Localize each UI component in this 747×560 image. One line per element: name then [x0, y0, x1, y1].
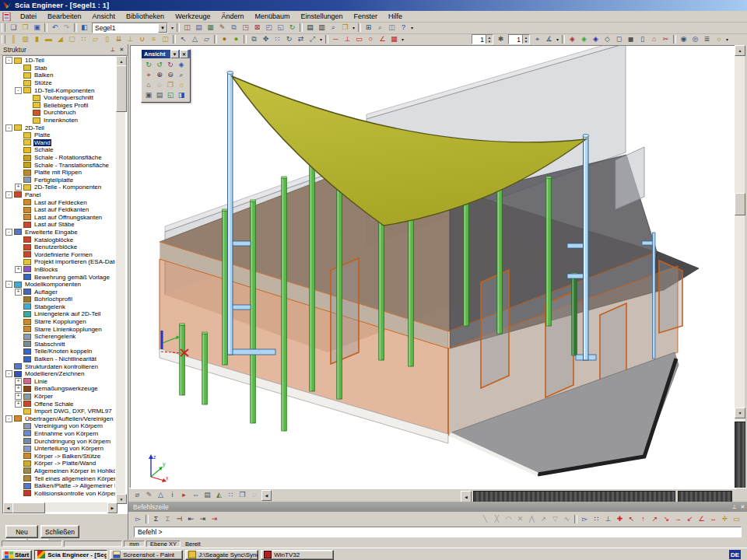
- tree-item-balken-nichtlinearität[interactable]: Balken - Nichtlinearität: [4, 355, 115, 363]
- search-icon[interactable]: ⌕: [374, 23, 386, 33]
- tree-item-balken-platte-allgemeiner-körper[interactable]: Balken/Platte -> Allgemeiner Körper: [4, 482, 115, 490]
- tree-item-bewehrung-gemäß-vorlage[interactable]: Bewehrung gemäß Vorlage: [4, 273, 115, 281]
- window-cascade-icon[interactable]: ◱: [275, 23, 286, 33]
- menu-ansicht[interactable]: Ansicht: [87, 12, 121, 21]
- tree-item-innenknoten[interactable]: Innenknoten: [4, 117, 115, 124]
- view-top-icon[interactable]: ◼: [625, 34, 637, 44]
- pointer-icon[interactable]: ▻: [132, 514, 144, 524]
- green-column[interactable]: [223, 209, 228, 365]
- snap-tangent-icon[interactable]: ↗: [538, 514, 549, 524]
- dropdown-arrow-icon[interactable]: ▾: [555, 34, 560, 44]
- tree-item-stabgelenk[interactable]: Stabgelenk: [4, 303, 115, 311]
- status-plane[interactable]: Ebene XY: [146, 541, 181, 547]
- tree-item-fertigteilplatte[interactable]: Fertigteilplatte: [4, 177, 115, 184]
- draw-angle-icon[interactable]: ∠: [377, 34, 388, 44]
- redraw-icon[interactable]: ↻: [286, 23, 298, 33]
- snap-step-icon[interactable]: ✱: [495, 34, 507, 44]
- save-project-icon[interactable]: ▣: [31, 23, 43, 33]
- add-point-icon[interactable]: ✛: [719, 514, 731, 524]
- door-frame[interactable]: [481, 270, 509, 388]
- neu-button[interactable]: Neu: [5, 525, 38, 538]
- tree-item-erweiterte-eingabe[interactable]: -Erweiterte Eingabe: [4, 229, 115, 236]
- tree-item-scherengelenk[interactable]: Scherengelenk: [4, 333, 115, 341]
- tree-item-teil-eines-allgemeinen-körpers-zu-ba[interactable]: Teil eines allgemeinen Körpers zu Ba: [4, 474, 115, 482]
- pin-icon[interactable]: ⊥: [730, 503, 738, 511]
- numbering-spinner-2[interactable]: 1 ▲▼: [508, 34, 530, 44]
- tree-item-schale-translationsfläche[interactable]: Schale - Translationsfläche: [4, 161, 115, 169]
- cursor-snap-icon[interactable]: ▻: [579, 514, 591, 524]
- snap-spline-icon[interactable]: ∿: [561, 514, 573, 524]
- green-column[interactable]: [310, 159, 315, 391]
- image-gallery-icon[interactable]: ▦: [205, 23, 216, 33]
- collapse-icon[interactable]: -: [5, 415, 12, 422]
- tree-item-1d-teil-komponenten[interactable]: -1D-Teil-Komponenten: [4, 86, 115, 94]
- coord-info-icon[interactable]: i: [167, 490, 178, 500]
- prev-step-icon[interactable]: ⇤: [185, 514, 197, 524]
- tree-item-schale-rotationsfläche[interactable]: Schale - Rotationsfläche: [4, 154, 115, 162]
- snap-mid-icon[interactable]: ⋀: [526, 514, 538, 524]
- clipping-box-icon[interactable]: ◱: [165, 90, 176, 100]
- snap-length-icon[interactable]: ↔: [707, 514, 719, 524]
- green-column[interactable]: [180, 324, 185, 395]
- view-front-icon[interactable]: ◻: [613, 34, 625, 44]
- undo-icon[interactable]: ↶: [49, 23, 61, 33]
- snap-surface-icon[interactable]: ↙: [684, 514, 696, 524]
- mirror-object-icon[interactable]: ⇄: [295, 34, 307, 44]
- label-flags-icon[interactable]: ▸: [178, 490, 190, 500]
- run-all-icon[interactable]: Σ: [150, 514, 162, 524]
- snap-points-icon[interactable]: ✚: [614, 514, 626, 524]
- array-copy-icon[interactable]: ∷: [272, 34, 283, 44]
- vscroll-thumb[interactable]: [735, 193, 745, 215]
- rotate-object-icon[interactable]: ↻: [283, 34, 295, 44]
- print-preview-icon[interactable]: ⌕: [328, 23, 339, 33]
- member-1d-icon[interactable]: ║: [8, 34, 19, 44]
- dropdown-arrow-icon[interactable]: ▾: [400, 34, 405, 44]
- menu-hilfe[interactable]: Hilfe: [383, 12, 408, 21]
- wall-tool-icon[interactable]: ▯: [101, 34, 113, 44]
- copy-multi-icon[interactable]: ⧉: [248, 34, 260, 44]
- door-frame[interactable]: [331, 258, 359, 364]
- snap-end-icon[interactable]: ↖: [626, 514, 637, 524]
- draw-raster-icon[interactable]: ▦: [388, 34, 400, 44]
- schliessen-button[interactable]: Schließen: [40, 525, 79, 538]
- green-column[interactable]: [202, 332, 208, 404]
- snap-endpoints-icon[interactable]: ╲: [479, 514, 491, 524]
- collapse-icon[interactable]: -: [5, 191, 12, 198]
- tree-item-1d-teil[interactable]: -1D-Teil: [4, 57, 115, 65]
- view-x-icon[interactable]: ◈: [566, 34, 578, 44]
- tree-item-durchbruch[interactable]: Durchbruch: [4, 109, 115, 117]
- toolbar-grip[interactable]: [2, 23, 5, 32]
- shade-toggle-icon[interactable]: ◭: [213, 490, 225, 500]
- menu-einstellungen[interactable]: Einstellungen: [296, 12, 349, 21]
- menu-werkzeuge[interactable]: Werkzeuge: [170, 12, 216, 21]
- grid-toggle-icon[interactable]: ∷: [225, 490, 237, 500]
- tree-item-last-auf-feldkanten[interactable]: Last auf Feldkanten: [4, 206, 115, 214]
- close-icon[interactable]: ✕: [738, 503, 747, 511]
- plate-tool-icon[interactable]: ▱: [89, 34, 101, 44]
- green-column[interactable]: [497, 184, 503, 334]
- zoom-window-icon[interactable]: ⌕: [176, 70, 187, 80]
- tree-item-stab[interactable]: Stab: [4, 65, 115, 72]
- print-view-icon[interactable]: ▤: [154, 90, 165, 100]
- select-region-icon[interactable]: ▱: [201, 34, 212, 44]
- dropdown-arrow-icon[interactable]: ▾: [724, 34, 730, 44]
- green-column[interactable]: [282, 177, 287, 431]
- expand-icon[interactable]: +: [15, 266, 22, 273]
- tree-item-bohrlochprofil[interactable]: Bohrlochprofil: [4, 296, 115, 303]
- move-object-icon[interactable]: ✥: [260, 34, 272, 44]
- tree-item-bemaßungswerkzeuge[interactable]: +Bemaßungswerkzeuge: [4, 385, 115, 393]
- collapse-icon[interactable]: -: [5, 124, 12, 131]
- tree-item-wand[interactable]: Wand: [4, 139, 115, 147]
- tree-item-körper-balken-stütze[interactable]: Körper -> Balken/Stütze: [4, 452, 115, 460]
- spinner-arrows-icon[interactable]: ▲▼: [522, 35, 529, 44]
- dropdown-arrow-icon[interactable]: ▾: [318, 34, 324, 44]
- window-tile-icon[interactable]: ◰: [263, 23, 275, 33]
- tree-item-balken[interactable]: Balken: [4, 72, 115, 79]
- numbering-spinner-1[interactable]: 1 ▲▼: [472, 34, 493, 44]
- document-service-icon[interactable]: ▤: [193, 23, 205, 33]
- clipboard-watch-icon[interactable]: ◫: [386, 23, 398, 33]
- print-data-icon[interactable]: ▤: [304, 23, 316, 33]
- pin-icon[interactable]: ⊥: [108, 46, 117, 54]
- tree-item-platte[interactable]: Platte: [4, 131, 115, 139]
- collapse-icon[interactable]: -: [15, 87, 22, 94]
